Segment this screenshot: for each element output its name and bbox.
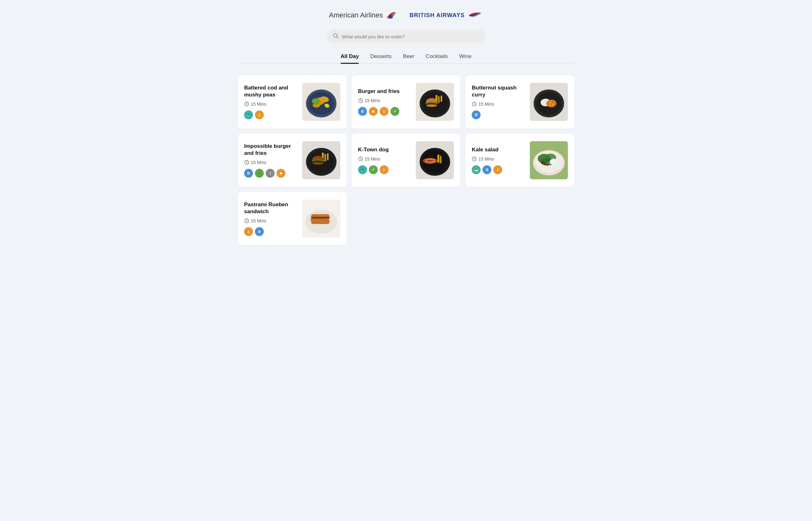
card-image-cod — [302, 83, 340, 121]
badge-fish: 🐟 — [244, 110, 253, 119]
svg-rect-22 — [441, 95, 442, 102]
badge-b: B — [358, 107, 367, 116]
svg-point-73 — [544, 163, 546, 165]
menu-card-butternut[interactable]: Butternut squash curry 15 Mins B — [465, 75, 574, 129]
tab-beer[interactable]: Beer — [403, 53, 415, 64]
svg-point-34 — [546, 99, 556, 107]
svg-point-36 — [552, 104, 554, 105]
tabs-container: All Day Desserts Beer Cocktails Wine — [238, 53, 574, 64]
ba-icon — [467, 10, 483, 20]
search-container — [238, 30, 574, 43]
ba-logo-text: BRITISH AIRWAYS — [410, 12, 464, 19]
card-image-pastrami — [302, 200, 340, 237]
card-badges: B ● i ✓ — [358, 107, 411, 116]
svg-line-16 — [360, 101, 361, 101]
svg-rect-58 — [437, 155, 439, 163]
clock-icon — [358, 156, 363, 161]
clock-icon — [472, 156, 477, 161]
badge-b2: B — [483, 165, 491, 174]
aa-icon — [386, 9, 397, 21]
card-info: Impossible burger and fries 15 Mins B 🌿 … — [244, 143, 302, 178]
card-badges: 🐟 i — [244, 110, 297, 119]
menu-card-battered-cod[interactable]: Battered cod and mushy peas 15 Mins 🐟 i — [238, 75, 347, 129]
badge-leaf: 🌿 — [255, 169, 264, 178]
card-image-butternut — [530, 83, 568, 121]
badge-info4: i — [244, 227, 253, 236]
card-image-burger — [416, 83, 454, 121]
search-icon — [333, 33, 339, 40]
card-badges: 🥗 B i — [472, 165, 525, 174]
svg-rect-46 — [324, 154, 326, 161]
card-title: Burger and fries — [358, 88, 411, 95]
card-time: 15 Mins — [358, 156, 411, 161]
card-image-impossible — [302, 141, 340, 179]
badge-b: B — [244, 169, 253, 178]
svg-point-84 — [313, 215, 314, 216]
svg-point-72 — [541, 161, 544, 164]
card-info: Battered cod and mushy peas 15 Mins 🐟 i — [244, 84, 302, 119]
card-time: 15 Mins — [244, 218, 297, 223]
menu-card-pastrami[interactable]: Pastrami Rueben sandwich 15 Mins i B — [238, 192, 347, 245]
svg-point-74 — [546, 164, 548, 166]
badge-b: B — [472, 110, 481, 119]
card-info: Pastrami Rueben sandwich 15 Mins i B — [244, 201, 302, 236]
card-title: Butternut squash curry — [472, 84, 525, 98]
card-time: 15 Mins — [358, 98, 411, 103]
card-info: Burger and fries 15 Mins B ● i ✓ — [358, 88, 416, 116]
svg-line-29 — [474, 105, 475, 105]
header: American Airlines BRITISH AIRWAYS — [238, 9, 574, 21]
card-title: Battered cod and mushy peas — [244, 84, 297, 98]
tab-cocktails[interactable]: Cocktails — [426, 53, 447, 64]
british-airways-logo: BRITISH AIRWAYS — [410, 10, 483, 20]
clock-icon — [244, 218, 249, 223]
empty-card-1 — [352, 192, 461, 245]
card-badges: 🐟 ✓ i — [358, 165, 411, 174]
clock-icon — [472, 101, 477, 107]
badge-info: i — [255, 110, 264, 119]
tab-desserts[interactable]: Desserts — [370, 53, 391, 64]
clock-icon — [358, 98, 363, 103]
card-info: Kale salad 15 Mins 🥗 B i — [472, 146, 530, 174]
svg-point-35 — [549, 101, 551, 104]
card-time: 15 Mins — [244, 160, 297, 165]
card-info: K-Town dog 15 Mins 🐟 ✓ i — [358, 146, 416, 174]
clock-icon — [244, 101, 249, 107]
badge-salad: 🥗 — [472, 165, 481, 174]
menu-card-ktown[interactable]: K-Town dog 15 Mins 🐟 ✓ i — [352, 134, 461, 187]
badge-info-gray: i — [266, 169, 275, 178]
svg-line-41 — [247, 163, 248, 163]
search-bar[interactable] — [327, 30, 485, 43]
card-badges: B 🌿 i ● — [244, 169, 297, 178]
svg-line-77 — [247, 221, 248, 222]
menu-card-burger-fries[interactable]: Burger and fries 15 Mins B ● i ✓ — [352, 75, 461, 129]
tab-all-day[interactable]: All Day — [341, 53, 359, 64]
card-badges: i B — [244, 227, 297, 236]
search-input[interactable] — [342, 34, 479, 39]
badge-info: i — [380, 107, 389, 116]
card-time: 15 Mins — [244, 101, 297, 107]
svg-rect-59 — [440, 156, 442, 163]
svg-line-64 — [474, 159, 475, 160]
menu-card-impossible[interactable]: Impossible burger and fries 15 Mins B 🌿 … — [238, 134, 347, 187]
svg-point-26 — [426, 105, 437, 107]
card-image-ktown — [416, 141, 454, 179]
svg-rect-83 — [311, 220, 329, 224]
empty-card-2 — [465, 192, 574, 245]
card-image-kale — [530, 141, 568, 179]
badge-b3: B — [255, 227, 264, 236]
svg-point-85 — [316, 214, 317, 216]
card-info: Butternut squash curry 15 Mins B — [472, 84, 530, 119]
svg-point-37 — [549, 105, 550, 106]
card-time: 15 Mins — [472, 156, 525, 161]
svg-line-54 — [360, 159, 361, 160]
tab-wine[interactable]: Wine — [459, 53, 471, 64]
card-title: K-Town dog — [358, 146, 411, 153]
svg-rect-47 — [327, 153, 329, 160]
badge-fish2: 🐟 — [358, 165, 367, 174]
svg-point-71 — [550, 159, 557, 165]
svg-rect-21 — [438, 96, 440, 103]
card-title: Kale salad — [472, 146, 525, 153]
menu-card-kale[interactable]: Kale salad 15 Mins 🥗 B i — [465, 134, 574, 187]
aa-logo-text: American Airlines — [329, 11, 383, 19]
svg-point-51 — [313, 162, 324, 165]
